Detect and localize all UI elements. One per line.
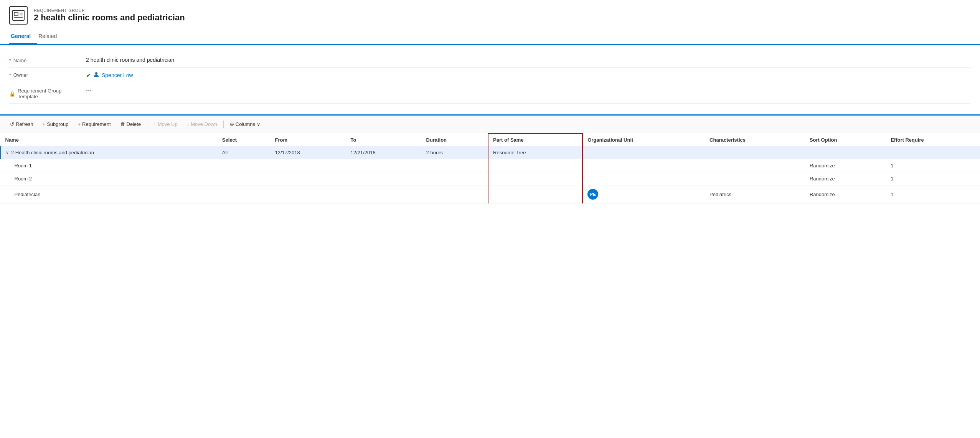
pediatrician-to-cell bbox=[346, 185, 422, 203]
subgroup-label: Subgroup bbox=[47, 121, 68, 127]
group-sort-option-cell bbox=[805, 146, 886, 159]
page-header: REQUIREMENT GROUP 2 health clinic rooms … bbox=[0, 0, 980, 28]
refresh-label: Refresh bbox=[16, 121, 33, 127]
toolbar-separator bbox=[147, 121, 147, 128]
delete-icon: 🗑 bbox=[120, 121, 125, 127]
room1-effort-require-cell: 1 bbox=[886, 159, 980, 172]
col-header-select: Select bbox=[218, 134, 271, 146]
refresh-button[interactable]: ↺ Refresh bbox=[6, 119, 37, 129]
table-row[interactable]: Room 1 Randomize 1 bbox=[1, 159, 980, 172]
subgrid-section: ↺ Refresh + Subgroup + Requirement 🗑 Del… bbox=[0, 114, 980, 203]
pediatrician-sort-option-cell: Randomize bbox=[805, 185, 886, 203]
move-up-icon: ↑ bbox=[153, 121, 156, 127]
columns-button[interactable]: ⊕ Columns ∨ bbox=[226, 119, 264, 129]
requirement-button[interactable]: + Requirement bbox=[74, 119, 115, 129]
tabs-bar: General Related bbox=[0, 29, 980, 44]
owner-person-icon bbox=[93, 71, 99, 79]
pediatrician-select-cell bbox=[218, 185, 271, 203]
grid-container: Name Select From To Duration Part of Sam… bbox=[0, 133, 980, 203]
requirement-label: Requirement bbox=[82, 121, 111, 127]
owner-required-star: * bbox=[9, 73, 11, 78]
room2-duration-cell bbox=[422, 172, 488, 185]
name-value: 2 health clinic rooms and pediatrician bbox=[86, 57, 971, 63]
move-down-button[interactable]: ↓ Move Down bbox=[183, 119, 221, 129]
room2-select-cell bbox=[218, 172, 271, 185]
group-name-text: 2 Health clinic rooms and pediatrician bbox=[11, 150, 94, 155]
tab-general[interactable]: General bbox=[9, 29, 37, 44]
name-label-text: Name bbox=[13, 58, 27, 63]
name-label: * Name bbox=[9, 57, 86, 63]
svg-rect-1 bbox=[14, 12, 18, 16]
toolbar-separator-2 bbox=[223, 121, 224, 128]
subgrid-toolbar: ↺ Refresh + Subgroup + Requirement 🗑 Del… bbox=[0, 114, 980, 133]
col-header-characteristics: Characteristics bbox=[705, 134, 805, 146]
move-down-label: Move Down bbox=[191, 121, 217, 127]
move-down-icon: ↓ bbox=[187, 121, 190, 127]
add-requirement-icon: + bbox=[78, 121, 81, 127]
svg-point-5 bbox=[95, 72, 97, 74]
room2-part-of-same-cell bbox=[488, 172, 582, 185]
pediatrician-from-cell bbox=[271, 185, 346, 203]
pediatrician-characteristics-cell: Pediatrics bbox=[705, 185, 805, 203]
room1-select-cell bbox=[218, 159, 271, 172]
col-header-name: Name bbox=[1, 134, 218, 146]
owner-status-icon: ✔ bbox=[86, 72, 91, 79]
room2-org-unit-cell bbox=[582, 172, 705, 185]
chevron-down-icon: ∨ bbox=[6, 150, 9, 155]
pediatrician-name-cell: Pediatrician bbox=[1, 185, 218, 203]
template-value: --- bbox=[86, 87, 971, 93]
table-row[interactable]: ∨ 2 Health clinic rooms and pediatrician… bbox=[1, 146, 980, 159]
delete-button[interactable]: 🗑 Delete bbox=[116, 119, 145, 129]
columns-chevron-icon: ∨ bbox=[257, 121, 261, 127]
room1-org-unit-cell bbox=[582, 159, 705, 172]
table-row[interactable]: Pediatrician PE Pediatrics Randomize 1 bbox=[1, 185, 980, 203]
columns-label: Columns bbox=[236, 121, 255, 127]
template-field-row: 🔒 Requirement GroupTemplate --- bbox=[9, 83, 971, 104]
col-header-org-unit: Organizational Unit bbox=[582, 134, 705, 146]
columns-filter-icon: ⊕ bbox=[230, 121, 234, 127]
tab-related[interactable]: Related bbox=[37, 29, 63, 44]
col-header-effort-require: Effort Require bbox=[886, 134, 980, 146]
col-header-duration: Duration bbox=[422, 134, 488, 146]
refresh-icon: ↺ bbox=[10, 121, 14, 127]
entity-icon bbox=[9, 6, 28, 25]
pediatrician-effort-require-cell: 1 bbox=[886, 185, 980, 203]
col-header-from: From bbox=[271, 134, 346, 146]
group-from-cell: 12/17/2018 bbox=[271, 146, 346, 159]
group-select-cell: All bbox=[218, 146, 271, 159]
owner-label: * Owner bbox=[9, 71, 86, 78]
header-text: REQUIREMENT GROUP 2 health clinic rooms … bbox=[34, 8, 185, 23]
room1-duration-cell bbox=[422, 159, 488, 172]
col-header-to: To bbox=[346, 134, 422, 146]
move-up-label: Move Up bbox=[158, 121, 178, 127]
name-field-row: * Name 2 health clinic rooms and pediatr… bbox=[9, 53, 971, 68]
pediatrician-duration-cell bbox=[422, 185, 488, 203]
name-required-star: * bbox=[9, 58, 11, 63]
room1-name-cell: Room 1 bbox=[1, 159, 218, 172]
room1-part-of-same-cell bbox=[488, 159, 582, 172]
subgroup-button[interactable]: + Subgroup bbox=[39, 119, 73, 129]
move-up-button[interactable]: ↑ Move Up bbox=[150, 119, 181, 129]
owner-value: ✔ Spencer Low bbox=[86, 71, 971, 79]
owner-link[interactable]: Spencer Low bbox=[102, 72, 133, 78]
room2-to-cell bbox=[346, 172, 422, 185]
pediatrician-part-of-same-cell bbox=[488, 185, 582, 203]
room2-characteristics-cell bbox=[705, 172, 805, 185]
add-subgroup-icon: + bbox=[43, 121, 46, 127]
table-row[interactable]: Room 2 Randomize 1 bbox=[1, 172, 980, 185]
group-org-unit-cell bbox=[582, 146, 705, 159]
avatar: PE bbox=[587, 189, 598, 200]
template-label: 🔒 Requirement GroupTemplate bbox=[9, 87, 86, 99]
template-placeholder: --- bbox=[86, 87, 91, 93]
entity-type-label: REQUIREMENT GROUP bbox=[34, 8, 185, 13]
col-header-part-of-same: Part of Same bbox=[488, 134, 582, 146]
form-section: * Name 2 health clinic rooms and pediatr… bbox=[0, 45, 980, 111]
room1-sort-option-cell: Randomize bbox=[805, 159, 886, 172]
group-characteristics-cell bbox=[705, 146, 805, 159]
owner-label-text: Owner bbox=[13, 72, 28, 78]
room1-from-cell bbox=[271, 159, 346, 172]
template-label-text: Requirement GroupTemplate bbox=[18, 88, 61, 99]
group-part-of-same-cell: Resource Tree bbox=[488, 146, 582, 159]
room2-from-cell bbox=[271, 172, 346, 185]
pediatrician-org-unit-cell: PE bbox=[582, 185, 705, 203]
